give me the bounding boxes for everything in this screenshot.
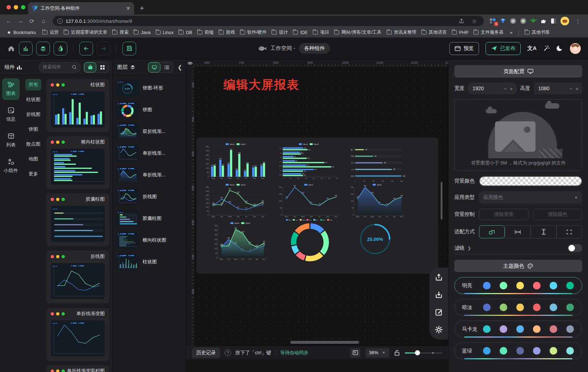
fit-scale-option[interactable] [479,225,505,238]
theme-row-蓝绿[interactable]: 蓝绿 [454,342,582,359]
clear-color-button[interactable]: 清除颜色 [533,209,583,220]
bookmark-item[interactable]: 搜索 [110,28,131,37]
canvas-chart-area1[interactable]: data1050100150200MonTueWedThuFriSatSun12… [349,183,407,219]
bookmark-item[interactable]: 文件服务器 [471,28,506,37]
design-screen[interactable]: data1data2050100150200250300350MonTueWed… [197,138,438,273]
category-饼图[interactable]: 饼图 [25,124,41,135]
layer-item-柱状图[interactable]: 柱状图 [116,254,183,270]
theme-row-马卡龙[interactable]: 马卡龙 [454,321,582,338]
width-minus-button[interactable]: − [504,85,507,92]
undo-button[interactable] [79,42,93,55]
component-card-柱状图[interactable]: 柱状图 [46,79,109,132]
ruler-eye-toggle[interactable] [186,59,194,67]
height-minus-button[interactable]: − [569,85,572,92]
background-upload-dropzone[interactable]: 背景图需小于 5M ，格式为 png/jpg/gif 的文件 [454,99,582,171]
layer-item-饼图[interactable]: 饼图 [116,101,183,118]
category-更多[interactable]: 更多 [25,168,41,180]
extension-gem-icon[interactable] [500,18,506,24]
canvas-chart-line2[interactable]: data1data2050100150200250300350MonTueWed… [204,183,269,219]
bookmark-item[interactable]: PHP [449,29,471,36]
theme-row-暗淡[interactable]: 暗淡 [454,299,582,316]
fit-full-option[interactable] [556,225,582,238]
component-card-横向柱状图[interactable]: 横向柱状图 [46,136,109,189]
app-type-select[interactable]: 应用颜色 ▼ [479,191,582,204]
width-plus-button[interactable]: + [510,85,513,92]
height-input[interactable]: 1080 −+ [534,83,583,94]
browser-tab[interactable]: 工作空间-各种组件 ✕ [28,2,134,14]
extension-dot-icon[interactable] [520,18,526,24]
layout-panel-button[interactable] [350,348,360,358]
canvas-chart-bar2[interactable]: data1data2050100150200250300350MonTueWed… [204,142,269,180]
sidebar-tab-小组件[interactable]: 小组件 [2,155,20,177]
layers-panel-toggle-button[interactable] [36,42,50,55]
canvas-workspace[interactable]: 6007008009001000110012001300 20030040050… [186,59,448,346]
close-window-button[interactable] [7,5,11,9]
layer-item-折线图[interactable]: 折线图 [116,188,183,205]
category-柱状图[interactable]: 柱状图 [23,94,44,105]
category-散点图[interactable]: 散点图 [23,138,44,150]
layer-item-横向柱状图[interactable]: 横向柱状图 [116,232,183,248]
back-icon[interactable]: ← [4,16,14,26]
clear-background-button[interactable]: 清除背景 [479,209,529,220]
canvas-chart-hbar2[interactable]: data1data2050100150200250300350MonTueWed… [277,142,342,180]
sidebar-tab-列表[interactable]: 列表 [2,129,20,151]
bg-color-swatch[interactable] [479,176,582,186]
other-bookmarks[interactable]: 其他书签 [522,28,553,37]
bookmark-item[interactable]: 游戏 [216,28,238,37]
theme-row-明亮[interactable]: 明亮 [454,277,582,294]
app-home-icon[interactable] [7,45,15,53]
bookmarks-overflow-chevron[interactable]: » [507,29,515,36]
canvas-chart-line1[interactable]: data1050100150200MonTueWedThuFriSatSun12… [277,183,342,219]
bookmark-item[interactable]: 其他语言 [419,28,449,37]
lock-open-icon[interactable] [394,350,400,356]
chevron-right-icon[interactable]: ❯ [467,246,471,251]
project-name-pill[interactable]: 各种组件 [299,43,330,54]
extension-blocks-icon[interactable]: 9 [490,18,496,24]
search-input[interactable]: 搜索组件 [39,62,81,72]
minimize-window-button[interactable] [14,5,18,9]
canvas-chart-donut[interactable]: MonTueWedThuFriSatSun [284,218,336,262]
page-config-header[interactable]: 页面配置 [454,65,582,78]
preview-button[interactable]: 预览 [449,42,479,55]
bookmark-item[interactable]: 网站/博客/文章/工具 [332,28,384,37]
filter-toggle-switch[interactable] [568,244,582,252]
share-icon[interactable] [456,16,466,26]
bookmark-item[interactable]: IDE [290,29,310,36]
details-panel-toggle-button[interactable] [54,42,67,55]
component-card-单折线渐变图[interactable]: 单折线渐变图 [46,308,109,361]
bookmark-item[interactable]: 运营 [40,28,61,37]
component-card-折线图[interactable]: 折线图 [46,251,109,304]
bookmark-item[interactable]: 项目 [310,28,332,37]
layer-item-双折线渐...[interactable]: 双折线渐... [116,123,183,140]
help-icon[interactable]: ? [224,350,231,356]
dark-mode-moon-icon[interactable] [556,45,563,52]
reload-icon[interactable]: ⟳ [27,16,37,26]
bookmark-item[interactable]: DB [176,29,194,36]
extension-star-icon[interactable] [530,18,537,24]
height-plus-button[interactable]: + [575,85,579,92]
bookmark-star-icon[interactable]: ☆ [469,16,479,26]
theme-magic-icon[interactable] [543,45,550,52]
component-card-单折线渐变面积图[interactable]: 单折线渐变面积图 [46,365,109,372]
category-所有[interactable]: 所有 [25,79,41,91]
side-panel-icon[interactable] [550,18,557,24]
forward-icon[interactable]: → [15,16,25,26]
redo-button[interactable] [97,42,110,55]
single-view-toggle[interactable] [84,62,96,72]
browser-menu-icon[interactable]: ⋮ [573,16,583,26]
canvas-chart-capsule[interactable]: 厦门20南阳40北京60上海80新疆100020406080100 [349,143,407,184]
sidebar-tab-图表[interactable]: 图表 [2,78,20,100]
bookmark-item[interactable]: Java [131,29,153,36]
bookmark-item[interactable]: 近期需要读的文章 [61,28,110,37]
save-button[interactable] [122,42,136,55]
profile-avatar[interactable] [560,17,569,25]
new-tab-button[interactable]: + [137,3,147,13]
category-折线图[interactable]: 折线图 [23,109,44,120]
edit-json-button[interactable] [434,308,444,317]
home-icon[interactable]: ⌂ [38,16,49,26]
canvas-chart-ring[interactable]: 25.00% [355,217,395,259]
fit-width-option[interactable] [505,225,530,238]
zoom-window-button[interactable] [21,5,25,9]
bookmark-item[interactable]: 软件/硬件 [238,28,269,37]
component-card-胶囊柱图[interactable]: 胶囊柱图 [46,193,109,246]
